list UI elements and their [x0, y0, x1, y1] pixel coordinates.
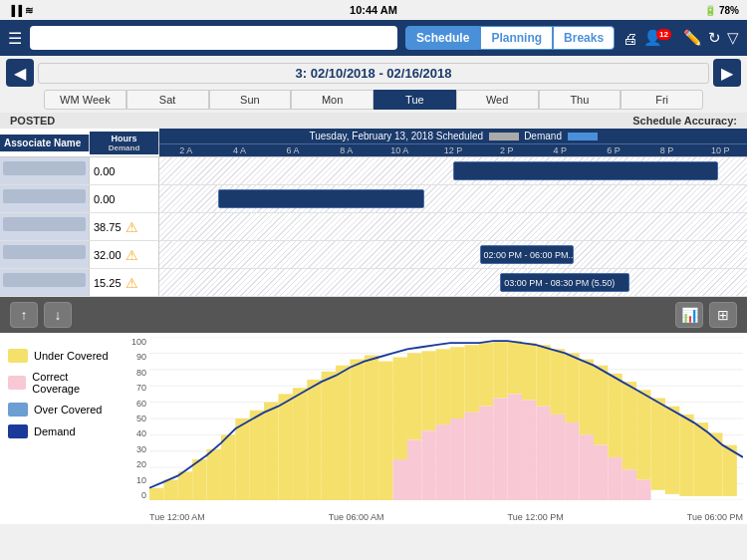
col-week-header: Hours Demand	[90, 132, 159, 154]
row-timeline-5: 03:00 PM - 08:30 PM (5.50)	[159, 269, 747, 296]
hatch-bg	[159, 241, 747, 268]
day-tab-mon[interactable]: Mon	[291, 90, 374, 110]
chart-view-button[interactable]: 📊	[675, 302, 703, 328]
day-tab-tue[interactable]: Tue	[374, 90, 456, 110]
correct-coverage-swatch	[8, 376, 26, 390]
svg-rect-59	[622, 469, 636, 500]
svg-rect-38	[479, 343, 493, 407]
row-hours-3: 38.75 ⚠	[90, 213, 159, 240]
svg-rect-19	[293, 388, 307, 500]
table-row: 0.00	[0, 185, 747, 213]
toolbar-left: ↑ ↓	[10, 302, 72, 328]
under-covered-bar	[149, 488, 163, 500]
x-labels: Tue 12:00 AM Tue 06:00 AM Tue 12:00 PM T…	[149, 512, 743, 522]
svg-rect-37	[464, 413, 478, 500]
warning-icon: ⚠	[125, 275, 138, 291]
svg-rect-24	[365, 355, 378, 500]
day-tab-wmweek[interactable]: WM Week	[44, 90, 126, 110]
refresh-icon[interactable]: ↻	[708, 29, 721, 47]
svg-rect-27	[393, 459, 407, 500]
shift-block: 02:00 PM - 06:00 PM...	[480, 245, 574, 264]
scheduled-legend-swatch	[489, 133, 519, 140]
next-week-button[interactable]: ▶	[713, 59, 741, 87]
scroll-down-button[interactable]: ↓	[44, 302, 72, 328]
svg-rect-65	[694, 422, 708, 496]
tab-schedule[interactable]: Schedule	[405, 26, 480, 50]
week-title: 3: 02/10/2018 - 02/16/2018	[38, 63, 709, 84]
status-right: 🔋 78%	[704, 5, 739, 16]
badge: 12	[656, 29, 671, 40]
svg-rect-25	[378, 362, 392, 500]
chart-plot: 100 90 80 70 60 50 40 30 20 10 0	[120, 333, 747, 524]
legend-demand: Demand	[8, 424, 112, 438]
day-tab-sat[interactable]: Sat	[126, 90, 209, 110]
posted-label: POSTED	[10, 115, 55, 127]
schedule-area: Associate Name Hours Demand Tuesday, Feb…	[0, 129, 747, 297]
tab-breaks[interactable]: Breaks	[553, 26, 615, 50]
hatch-bg	[159, 269, 747, 296]
svg-rect-18	[278, 394, 292, 500]
svg-rect-26	[393, 358, 407, 460]
row-hours-4: 32.00 ⚠	[90, 241, 159, 268]
svg-rect-16	[250, 411, 264, 500]
svg-rect-50	[565, 353, 579, 422]
user-icon[interactable]: 👤12	[643, 29, 677, 47]
svg-rect-47	[536, 407, 550, 500]
under-covered-bar	[163, 480, 177, 501]
svg-rect-15	[235, 419, 249, 500]
scroll-up-button[interactable]: ↑	[10, 302, 38, 328]
row-timeline-2	[159, 185, 747, 212]
search-input[interactable]	[30, 26, 397, 50]
svg-rect-46	[536, 345, 550, 407]
day-tabs: WM Week Sat Sun Mon Tue Wed Thu Fri	[44, 90, 703, 110]
filter-icon[interactable]: ▽	[727, 29, 739, 47]
menu-icon[interactable]: ☰	[8, 29, 22, 48]
chart-svg	[149, 337, 743, 500]
demand-legend-swatch	[568, 133, 598, 140]
nav-tabs: Schedule Planning Breaks	[405, 26, 615, 50]
timeline-header: Tuesday, February 13, 2018 Scheduled Dem…	[159, 129, 747, 156]
print-icon[interactable]: 🖨	[622, 30, 637, 47]
svg-rect-23	[350, 360, 364, 500]
svg-rect-28	[407, 353, 421, 439]
hatch-bg	[159, 213, 747, 240]
svg-rect-61	[636, 480, 650, 501]
col-name-header: Associate Name	[0, 135, 90, 151]
svg-rect-14	[221, 434, 235, 500]
svg-rect-12	[192, 459, 206, 500]
prev-week-button[interactable]: ◀	[6, 59, 34, 87]
row-timeline-3	[159, 213, 747, 240]
svg-rect-32	[436, 349, 450, 424]
svg-rect-41	[493, 399, 507, 501]
legend-under-covered: Under Covered	[8, 349, 112, 363]
legend-correct-coverage: Correct Coverage	[8, 371, 112, 395]
day-tab-thu[interactable]: Thu	[539, 90, 622, 110]
timeline-title: Tuesday, February 13, 2018 Scheduled Dem…	[159, 129, 747, 144]
row-hours-1: 0.00	[90, 157, 159, 184]
demand-swatch	[8, 424, 28, 438]
battery-pct: 78%	[719, 5, 739, 16]
svg-rect-31	[421, 430, 435, 500]
svg-rect-51	[565, 422, 579, 500]
svg-rect-11	[178, 471, 192, 500]
table-row: 15.25 ⚠ 03:00 PM - 08:30 PM (5.50)	[0, 269, 747, 297]
table-row: 38.75 ⚠	[0, 213, 747, 241]
svg-rect-29	[407, 440, 421, 500]
posted-bar: POSTED Schedule Accuracy:	[0, 113, 747, 129]
schedule-header: Associate Name Hours Demand Tuesday, Feb…	[0, 129, 747, 157]
table-view-button[interactable]: ⊞	[709, 302, 737, 328]
day-tab-fri[interactable]: Fri	[621, 90, 703, 110]
svg-rect-20	[307, 380, 321, 500]
edit-icon[interactable]: ✏️	[683, 29, 702, 47]
chart-legend: Under Covered Correct Coverage Over Cove…	[0, 333, 120, 524]
day-tab-sun[interactable]: Sun	[209, 90, 292, 110]
day-tab-wed[interactable]: Wed	[456, 90, 539, 110]
svg-rect-54	[594, 366, 608, 445]
warning-icon: ⚠	[125, 219, 138, 235]
svg-rect-63	[665, 407, 679, 494]
tab-planning[interactable]: Planning	[480, 26, 553, 50]
top-nav: ☰ Schedule Planning Breaks 🖨 👤12 ✏️ ↻ ▽	[0, 20, 747, 56]
svg-rect-53	[580, 434, 594, 500]
row-hours-5: 15.25 ⚠	[90, 269, 159, 296]
row-hours-2: 0.00	[90, 185, 159, 212]
